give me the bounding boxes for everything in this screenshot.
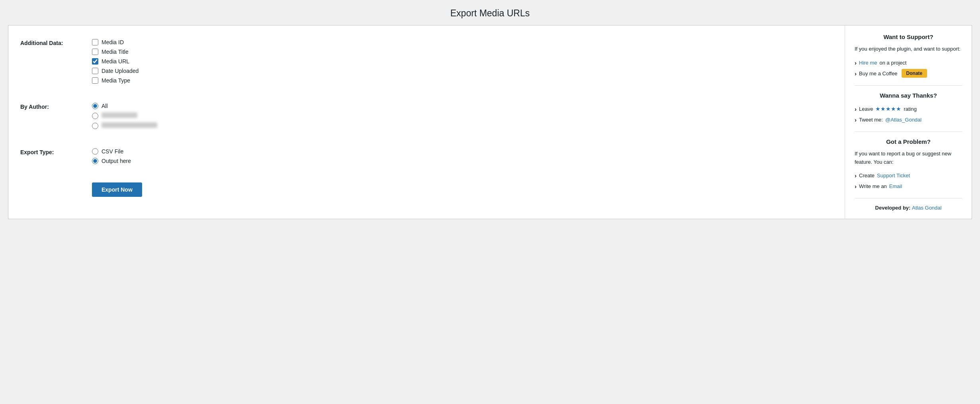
- tweet-prefix: Tweet me:: [859, 115, 883, 124]
- support-list: Hire me on a project Buy me a Coffee Don…: [855, 57, 962, 79]
- media-url-label: Media URL: [102, 58, 129, 65]
- support-ticket-item: Create Support Ticket: [855, 170, 962, 181]
- by-author-row: By Author: All: [20, 99, 833, 133]
- content-wrapper: Additional Data: Media ID Media Title Me…: [0, 25, 980, 227]
- output-label: Output here: [102, 158, 131, 164]
- developer-link[interactable]: Atlas Gondal: [912, 205, 941, 211]
- media-type-checkbox[interactable]: [92, 77, 98, 84]
- support-ticket-link[interactable]: Support Ticket: [877, 171, 910, 180]
- author-all-radio[interactable]: [92, 103, 98, 109]
- hire-me-link[interactable]: Hire me: [859, 58, 877, 67]
- checkbox-media-title[interactable]: Media Title: [92, 49, 139, 55]
- support-ticket-prefix: Create: [859, 171, 875, 180]
- export-type-label: Export Type:: [20, 148, 92, 155]
- date-uploaded-label: Date Uploaded: [102, 68, 139, 74]
- main-panel: Additional Data: Media ID Media Title Me…: [8, 25, 845, 219]
- author-all-label: All: [102, 103, 108, 109]
- author-1-blurred: [102, 112, 137, 118]
- thanks-list: Leave ★★★★★ rating Tweet me: @Atlas_Gond…: [855, 104, 962, 125]
- date-uploaded-checkbox[interactable]: [92, 68, 98, 74]
- csv-label: CSV File: [102, 148, 123, 155]
- divider-1: [855, 85, 962, 86]
- media-url-checkbox[interactable]: [92, 58, 98, 65]
- radio-author-all[interactable]: All: [92, 103, 157, 109]
- sidebar-panel: Want to Support? If you enjoyed the plug…: [845, 25, 972, 219]
- csv-radio[interactable]: [92, 148, 98, 155]
- rating-suffix: rating: [904, 104, 917, 114]
- support-text: If you enjoyed the plugin, and want to s…: [855, 45, 962, 53]
- checkbox-media-type[interactable]: Media Type: [92, 77, 139, 84]
- additional-data-row: Additional Data: Media ID Media Title Me…: [20, 35, 833, 88]
- export-type-row: Export Type: CSV File Output here: [20, 144, 833, 168]
- author-2-blurred: [102, 122, 157, 128]
- rating-item: Leave ★★★★★ rating: [855, 104, 962, 114]
- tweet-link[interactable]: @Atlas_Gondal: [885, 115, 921, 124]
- donate-button[interactable]: Donate: [902, 69, 927, 78]
- wanna-thanks-title: Wanna say Thanks?: [855, 92, 962, 99]
- by-author-fields: All: [92, 103, 157, 129]
- email-item: Write me an Email: [855, 181, 962, 192]
- divider-3: [855, 198, 962, 198]
- page-title: Export Media URLs: [0, 0, 980, 25]
- media-id-checkbox[interactable]: [92, 39, 98, 45]
- author-1-radio[interactable]: [92, 113, 98, 119]
- want-support-title: Want to Support?: [855, 33, 962, 40]
- radio-author-1[interactable]: [92, 112, 157, 119]
- checkbox-media-id[interactable]: Media ID: [92, 39, 139, 45]
- author-1-label: [102, 112, 137, 119]
- by-author-label: By Author:: [20, 103, 92, 110]
- checkbox-date-uploaded[interactable]: Date Uploaded: [92, 68, 139, 74]
- coffee-text: Buy me a Coffee: [859, 69, 898, 78]
- hire-me-item: Hire me on a project: [855, 57, 962, 68]
- author-2-label: [102, 122, 157, 129]
- rating-prefix: Leave: [859, 104, 873, 114]
- checkbox-media-url[interactable]: Media URL: [92, 58, 139, 65]
- export-now-button[interactable]: Export Now: [92, 182, 142, 197]
- media-id-label: Media ID: [102, 39, 124, 45]
- problem-text: If you want to report a bug or suggest n…: [855, 150, 962, 167]
- radio-author-2[interactable]: [92, 122, 157, 129]
- email-link[interactable]: Email: [889, 182, 902, 191]
- media-title-label: Media Title: [102, 49, 129, 55]
- problem-list: Create Support Ticket Write me an Email: [855, 170, 962, 192]
- email-prefix: Write me an: [859, 182, 887, 191]
- export-type-fields: CSV File Output here: [92, 148, 131, 164]
- additional-data-label: Additional Data:: [20, 39, 92, 46]
- tweet-item: Tweet me: @Atlas_Gondal: [855, 114, 962, 125]
- divider-2: [855, 131, 962, 132]
- radio-output[interactable]: Output here: [92, 158, 131, 164]
- developed-by-prefix: Developed by:: [875, 205, 912, 211]
- stars-icon[interactable]: ★★★★★: [875, 104, 901, 114]
- author-2-radio[interactable]: [92, 123, 98, 129]
- hire-me-suffix: on a project: [880, 58, 907, 67]
- media-type-label: Media Type: [102, 77, 130, 84]
- additional-data-fields: Media ID Media Title Media URL Date Uplo…: [92, 39, 139, 84]
- output-radio[interactable]: [92, 158, 98, 164]
- media-title-checkbox[interactable]: [92, 49, 98, 55]
- developed-by: Developed by: Atlas Gondal: [855, 205, 962, 211]
- radio-csv[interactable]: CSV File: [92, 148, 131, 155]
- got-problem-title: Got a Problem?: [855, 138, 962, 145]
- donate-item: Buy me a Coffee Donate: [855, 68, 962, 79]
